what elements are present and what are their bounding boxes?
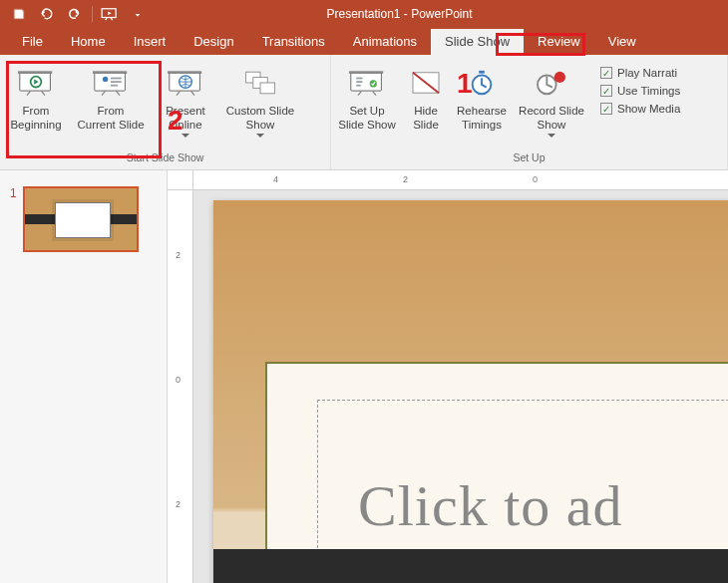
qat-separator	[92, 6, 93, 22]
undo-icon	[39, 7, 55, 21]
checkbox-icon: ✓	[600, 67, 612, 79]
hide-slide-icon	[408, 65, 444, 101]
ruler-tick: 2	[403, 174, 408, 184]
set-up-options: ✓Play Narrati ✓Use Timings ✓Show Media	[590, 59, 686, 115]
hide-slide-label: HideSlide	[413, 104, 439, 133]
from-current-slide-button[interactable]: FromCurrent Slide	[70, 59, 152, 148]
group-start-label: Start Slide Show	[2, 151, 328, 169]
quick-access-toolbar	[0, 0, 151, 28]
vertical-ruler[interactable]: 2 0 2	[168, 190, 193, 583]
svg-point-6	[103, 77, 108, 82]
tab-transitions[interactable]: Transitions	[248, 29, 339, 55]
tab-design[interactable]: Design	[180, 29, 247, 55]
set-up-slide-show-label: Set UpSlide Show	[338, 104, 396, 133]
redo-icon	[68, 7, 82, 21]
slide-thumbnail-item[interactable]: 1	[10, 186, 157, 252]
from-current-slide-icon	[93, 65, 129, 101]
slide-canvas[interactable]: Click to ad	[193, 190, 728, 583]
slide-editor: 4 2 0 2 0 2 Click to ad	[168, 170, 728, 583]
slide[interactable]: Click to ad	[213, 200, 728, 583]
redo-button[interactable]	[62, 1, 88, 27]
from-beginning-icon	[18, 65, 54, 101]
ruler-tick: 0	[533, 174, 538, 184]
horizontal-ruler[interactable]: 4 2 0	[193, 170, 728, 190]
presentation-icon	[101, 7, 119, 21]
chevron-down-icon	[547, 134, 555, 139]
present-online-button[interactable]: PresentOnline	[152, 59, 219, 148]
rehearse-timings-icon	[464, 65, 500, 101]
record-slide-show-label: Record SlideShow	[519, 104, 584, 133]
svg-rect-9	[111, 85, 118, 87]
svg-rect-5	[93, 71, 127, 74]
svg-rect-2	[18, 71, 52, 74]
use-timings-label: Use Timings	[617, 85, 680, 97]
save-button[interactable]	[6, 1, 32, 27]
window-title: Presentation1 - PowerPoint	[151, 7, 728, 21]
set-up-slide-show-button[interactable]: Set UpSlide Show	[333, 59, 401, 148]
slide-thumbnail[interactable]	[23, 186, 139, 252]
slideshow-from-start-button[interactable]	[97, 1, 123, 27]
custom-slide-show-label: Custom SlideShow	[226, 104, 294, 133]
from-beginning-button[interactable]: FromBeginning	[2, 59, 70, 148]
ruler-tick: 2	[176, 250, 181, 260]
tab-view[interactable]: View	[594, 29, 650, 55]
show-media-label: Show Media	[617, 103, 680, 115]
from-beginning-label: FromBeginning	[10, 104, 61, 133]
svg-point-26	[554, 72, 565, 83]
present-online-icon	[168, 65, 203, 101]
workspace: 1 4 2 0 2 0 2 Click to ad	[0, 170, 728, 583]
title-placeholder-text: Click to ad	[358, 472, 623, 539]
svg-rect-24	[479, 71, 485, 74]
tab-slide-show[interactable]: Slide Show	[431, 29, 524, 55]
svg-rect-17	[349, 71, 383, 74]
set-up-slide-show-icon	[349, 65, 385, 101]
undo-button[interactable]	[34, 1, 60, 27]
record-slide-show-button[interactable]: Record SlideShow	[513, 59, 590, 148]
svg-rect-11	[168, 71, 201, 74]
tab-insert[interactable]: Insert	[120, 29, 181, 55]
play-narrations-checkbox[interactable]: ✓Play Narrati	[600, 67, 680, 79]
use-timings-checkbox[interactable]: ✓Use Timings	[600, 85, 680, 97]
slide-content-frame: Click to ad	[265, 362, 728, 583]
svg-rect-8	[111, 81, 122, 83]
ribbon: FromBeginning FromCurrent Slide PresentO…	[0, 55, 728, 170]
group-start-slide-show: FromBeginning FromCurrent Slide PresentO…	[0, 55, 331, 169]
record-slide-show-icon	[534, 65, 569, 101]
ruler-tick: 2	[176, 499, 181, 509]
slide-thumbnail-panel: 1	[0, 170, 168, 583]
group-set-up: Set UpSlide Show HideSlide RehearseTimin…	[331, 55, 728, 169]
title-bar: Presentation1 - PowerPoint	[0, 0, 728, 28]
qat-customize-button[interactable]	[125, 1, 151, 27]
rehearse-timings-button[interactable]: RehearseTimings	[451, 59, 513, 148]
checkbox-icon: ✓	[600, 85, 612, 97]
svg-rect-20	[356, 85, 361, 87]
ribbon-tabs: File Home Insert Design Transitions Anim…	[0, 28, 728, 55]
save-icon	[12, 7, 26, 21]
chevron-down-icon	[182, 134, 189, 139]
svg-rect-7	[111, 78, 122, 80]
ruler-tick: 4	[273, 174, 278, 184]
chevron-down-icon	[134, 10, 142, 18]
slide-number: 1	[10, 186, 17, 252]
hide-slide-button[interactable]: HideSlide	[401, 59, 451, 148]
ruler-tick: 0	[176, 375, 181, 385]
svg-rect-15	[260, 83, 274, 94]
show-media-checkbox[interactable]: ✓Show Media	[600, 103, 680, 115]
tab-file[interactable]: File	[8, 29, 57, 55]
svg-rect-18	[356, 78, 362, 80]
custom-slide-show-button[interactable]: Custom SlideShow	[219, 59, 301, 148]
ruler-corner	[168, 170, 193, 190]
tab-review[interactable]: Review	[524, 29, 594, 55]
present-online-label: PresentOnline	[166, 104, 205, 133]
from-current-slide-label: FromCurrent Slide	[77, 104, 144, 133]
chevron-down-icon	[256, 134, 264, 139]
custom-slide-show-icon	[242, 65, 278, 101]
title-placeholder[interactable]: Click to ad	[317, 400, 728, 583]
tab-animations[interactable]: Animations	[339, 29, 431, 55]
tab-home[interactable]: Home	[57, 29, 120, 55]
svg-rect-16	[351, 73, 382, 91]
group-set-up-label: Set Up	[333, 151, 725, 169]
rehearse-timings-label: RehearseTimings	[457, 104, 507, 133]
checkbox-icon: ✓	[600, 103, 612, 115]
svg-rect-19	[356, 81, 362, 83]
